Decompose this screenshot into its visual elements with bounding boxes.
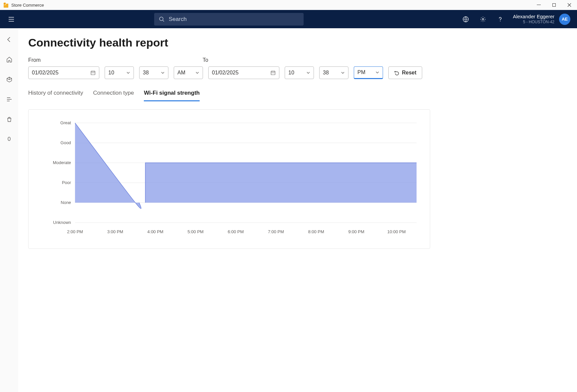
svg-rect-0 (537, 5, 541, 5)
svg-text:Poor: Poor (62, 180, 71, 185)
to-date-input[interactable]: 01/02/2025 (208, 66, 279, 79)
svg-rect-1 (553, 4, 556, 7)
to-minute-select[interactable]: 38 (319, 66, 348, 79)
reset-button[interactable]: Reset (388, 66, 422, 79)
help-button[interactable] (496, 15, 505, 24)
svg-text:7:00 PM: 7:00 PM (268, 229, 284, 234)
svg-point-7 (92, 73, 92, 73)
wifi-signal-chart: UnknownNonePoorModerateGoodGreat2:00 PM3… (39, 120, 420, 239)
avatar: AE (559, 14, 570, 25)
svg-text:6:00 PM: 6:00 PM (228, 229, 244, 234)
to-hour-select[interactable]: 10 (285, 66, 314, 79)
from-hour-select[interactable]: 10 (105, 66, 134, 79)
svg-text:3:00 PM: 3:00 PM (107, 229, 123, 234)
svg-point-2 (159, 17, 163, 21)
chevron-down-icon (126, 71, 130, 75)
svg-point-11 (272, 73, 272, 73)
chart-card: UnknownNonePoorModerateGoodGreat2:00 PM3… (28, 109, 430, 249)
page-title: Connectivity health report (28, 36, 567, 49)
from-minute-select[interactable]: 38 (139, 66, 168, 79)
svg-text:9:00 PM: 9:00 PM (348, 229, 364, 234)
svg-text:Great: Great (60, 120, 71, 125)
user-name: Alexander Eggerer (513, 14, 554, 20)
from-date-input[interactable]: 01/02/2025 (28, 66, 99, 79)
to-ampm-select[interactable]: PM (354, 66, 383, 79)
left-rail: 0 (0, 28, 18, 392)
to-label: To (203, 57, 208, 63)
svg-point-4 (482, 18, 484, 20)
tab-wifi-signal[interactable]: Wi-Fi signal strength (144, 90, 200, 101)
tab-connection-type[interactable]: Connection type (93, 90, 134, 101)
chevron-down-icon (306, 71, 310, 75)
globe-button[interactable] (461, 15, 470, 24)
chevron-down-icon (341, 71, 345, 75)
app-header: Alexander Eggerer 5 - HOUSTON-42 AE (0, 10, 577, 28)
svg-text:8:00 PM: 8:00 PM (308, 229, 324, 234)
svg-text:5:00 PM: 5:00 PM (188, 229, 204, 234)
title-bar: Store Commerce (0, 0, 577, 10)
back-button[interactable] (4, 34, 15, 45)
user-subtitle: 5 - HOUSTON-42 (523, 20, 554, 24)
svg-text:4:00 PM: 4:00 PM (147, 229, 163, 234)
bag-button[interactable] (4, 114, 15, 125)
reset-icon (394, 70, 399, 75)
search-input[interactable] (168, 16, 299, 23)
tab-history[interactable]: History of connectivity (28, 90, 83, 101)
hamburger-menu-button[interactable] (7, 15, 16, 24)
svg-text:None: None (61, 200, 71, 205)
inventory-button[interactable] (4, 74, 15, 85)
window-minimize-button[interactable] (531, 0, 546, 10)
search-icon (159, 16, 165, 22)
svg-text:10:00 PM: 10:00 PM (387, 229, 406, 234)
svg-point-12 (273, 73, 273, 73)
calendar-icon (90, 70, 96, 75)
search-box[interactable] (154, 13, 304, 26)
window-close-button[interactable] (562, 0, 577, 10)
list-button[interactable] (4, 94, 15, 105)
svg-point-5 (500, 21, 501, 21)
window-title: Store Commerce (11, 3, 44, 8)
svg-text:2:00 PM: 2:00 PM (67, 229, 83, 234)
chevron-down-icon (195, 71, 199, 75)
count-badge[interactable]: 0 (4, 134, 15, 145)
user-menu[interactable]: Alexander Eggerer 5 - HOUSTON-42 AE (513, 14, 570, 25)
svg-point-13 (274, 73, 274, 73)
page-content: Connectivity health report From To 01/02… (18, 28, 577, 392)
window-maximize-button[interactable] (546, 0, 562, 10)
svg-text:Unknown: Unknown (53, 220, 71, 225)
svg-text:Good: Good (60, 140, 71, 145)
calendar-icon (270, 70, 276, 75)
svg-point-8 (93, 73, 93, 73)
settings-button[interactable] (478, 15, 488, 24)
svg-text:Moderate: Moderate (53, 160, 71, 165)
tabs: History of connectivity Connection type … (28, 90, 567, 101)
from-label: From (28, 57, 203, 63)
home-button[interactable] (4, 54, 15, 65)
app-brand-icon (3, 2, 9, 8)
svg-point-9 (94, 73, 94, 73)
chevron-down-icon (375, 70, 379, 74)
chevron-down-icon (161, 71, 165, 75)
from-ampm-select[interactable]: AM (174, 66, 203, 79)
